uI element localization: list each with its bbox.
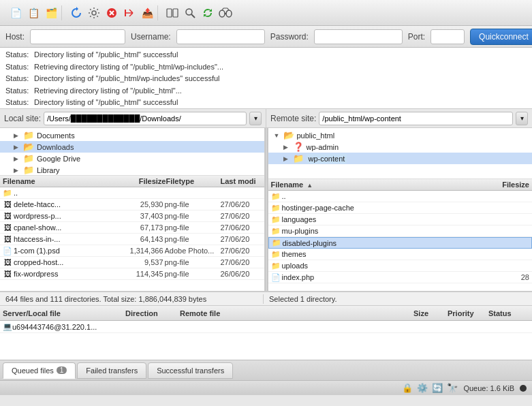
filesize-header[interactable]: Filesize: [119, 177, 166, 185]
file-name: 1-com (1).psd: [14, 247, 114, 255]
status-text: Directory listing of "/public_html/wp-in…: [34, 73, 220, 85]
file-icon: 📁: [271, 262, 281, 270]
table-row[interactable]: 🖼 fix-wordpress 114,345 png-file 26/06/2…: [0, 268, 264, 280]
remote-file-header: Filename ▲ Filesize: [268, 179, 533, 191]
file-date: 27/06/20: [221, 258, 262, 266]
file-icon: 🖼: [3, 200, 12, 208]
table-row[interactable]: 📄 index.php 28: [268, 272, 533, 283]
tree-item-library[interactable]: ▶ 📁 Library: [0, 164, 264, 176]
file-icon: 📁: [271, 192, 281, 201]
file-size: 67,173: [116, 223, 163, 232]
filesize-header[interactable]: Filesize: [482, 181, 529, 189]
table-row[interactable]: 📁 languages: [268, 214, 533, 225]
queue-text: Queue: 1.6 KiB: [463, 384, 514, 392]
filename-header[interactable]: Filename ▲: [271, 181, 482, 189]
filetype-header[interactable]: Filetype: [166, 177, 221, 185]
file-icon: 📁: [272, 238, 281, 247]
tree-item-label: Library: [37, 166, 60, 174]
local-site-path[interactable]: [44, 112, 247, 125]
columns-icon[interactable]: [165, 5, 180, 20]
table-row[interactable]: 🖼 wordpress-p... 37,403 png-file 27/06/2…: [0, 210, 264, 222]
search-icon[interactable]: [183, 5, 198, 20]
file-name: mu-plugins: [282, 227, 481, 235]
svg-point-5: [186, 9, 192, 15]
remote-site-dropdown[interactable]: ▾: [516, 112, 528, 125]
folder-icon: 📁: [23, 130, 34, 140]
host-label: Host:: [5, 32, 25, 42]
file-type: png-file: [165, 223, 219, 232]
table-row[interactable]: 📁 ..: [0, 187, 264, 199]
remote-status-text: Selected 1 directory.: [264, 295, 527, 303]
disconnect-icon[interactable]: [122, 5, 137, 20]
refresh-icon[interactable]: [69, 5, 84, 20]
file-size: 9,537: [116, 258, 163, 266]
quickconnect-button[interactable]: Quickconnect: [470, 29, 532, 45]
file-icon: 📁: [271, 250, 281, 259]
status-line: Status:Retrieving directory listing of "…: [5, 61, 527, 74]
file-name: ..: [14, 189, 114, 197]
folder-selected-icon: 📂: [23, 142, 34, 152]
table-row[interactable]: 📁 hostinger-page-cache: [268, 202, 533, 214]
transfer-section: Server/Local file Direction Remote file …: [0, 305, 532, 360]
username-input[interactable]: [176, 29, 265, 44]
folder-icon[interactable]: 🗂️: [44, 5, 59, 20]
remote-site-label: Remote site:: [270, 114, 316, 123]
local-site-label: Local site:: [4, 114, 41, 123]
table-row[interactable]: 🖼 cpanel-show... 67,173 png-file 27/06/2…: [0, 222, 264, 234]
binoculars-icon[interactable]: [218, 5, 233, 20]
th-size: Size: [413, 309, 448, 317]
file-size: 28: [482, 273, 529, 281]
bottom-status-bar: 🔒 ⚙️ 🔄 🔭 Queue: 1.6 KiB: [0, 380, 532, 395]
tree-item-downloads[interactable]: ▶ 📂 Downloads: [0, 141, 264, 153]
port-input[interactable]: [431, 29, 465, 44]
tree-item-documents[interactable]: ▶ 📁 Documents: [0, 129, 264, 141]
table-row[interactable]: 📄 1-com (1).psd 1,314,366 Adobe Photo...…: [0, 245, 264, 257]
status-text: Retrieving directory listing of "/public…: [34, 85, 182, 97]
table-row[interactable]: 📁 disabled-plugins: [268, 237, 533, 249]
table-row[interactable]: 📁 uploads: [268, 260, 533, 272]
lastmod-header[interactable]: Last modi: [221, 177, 262, 185]
remote-site-path[interactable]: [319, 112, 513, 125]
tree-item-wp-admin[interactable]: ▶ ❓ wp-admin: [268, 141, 533, 153]
local-site-dropdown[interactable]: ▾: [249, 112, 262, 125]
table-row[interactable]: 📁 themes: [268, 249, 533, 260]
tree-item-googledrive[interactable]: ▶ 📁 Google Drive: [0, 153, 264, 164]
table-row[interactable]: 📁 mu-plugins: [268, 225, 533, 237]
password-input[interactable]: [314, 29, 403, 44]
tree-arrow: ▼: [274, 132, 281, 139]
settings-icon[interactable]: [87, 5, 101, 20]
password-label: Password:: [270, 32, 309, 42]
file-icon: 📄: [271, 273, 281, 282]
table-row[interactable]: 🖼 htaccess-in-... 64,143 png-file 27/06/…: [0, 234, 264, 245]
tree-item-wp-content[interactable]: ▶ 📁 wp-content: [268, 153, 533, 164]
file-type: png-file: [165, 212, 219, 220]
table-row[interactable]: 🖼 delete-htacc... 25,930 png-file 27/06/…: [0, 199, 264, 210]
toolbar: 📄 📋 🗂️ 📤: [0, 0, 532, 26]
file-date: 27/06/20: [221, 235, 262, 243]
file-date: 27/06/20: [221, 200, 262, 208]
tab-failed-transfers[interactable]: Failed transfers: [77, 362, 146, 379]
file-icon: 📁: [3, 189, 12, 198]
port-label: Port:: [408, 32, 425, 42]
upload-icon[interactable]: 📤: [140, 5, 155, 20]
file-name: themes: [282, 250, 481, 258]
binoculars-icon: 🔭: [447, 383, 458, 393]
filename-header[interactable]: Filename: [3, 177, 119, 185]
tree-item-label: Google Drive: [37, 155, 80, 163]
copy-icon[interactable]: 📋: [26, 5, 41, 20]
tab-queued-files[interactable]: Queued files 1: [3, 362, 76, 379]
tab-successful-transfers[interactable]: Successful transfers: [148, 362, 233, 379]
file-type: Adobe Photo...: [165, 247, 219, 255]
table-row[interactable]: 📁 ..: [268, 191, 533, 202]
tree-item-public-html[interactable]: ▼ 📂 public_html: [268, 129, 533, 141]
table-row[interactable]: 🖼 cropped-host... 9,537 png-file 27/06/2…: [0, 257, 264, 268]
host-input[interactable]: [30, 29, 125, 44]
th-server-local: Server/Local file: [3, 309, 125, 317]
new-file-icon[interactable]: 📄: [8, 5, 23, 20]
sync-icon[interactable]: [200, 5, 215, 20]
cancel-icon[interactable]: [104, 5, 119, 20]
file-type: png-file: [165, 200, 219, 208]
svg-rect-4: [173, 9, 178, 17]
file-type: png-file: [165, 235, 219, 243]
th-priority: Priority: [448, 309, 488, 317]
